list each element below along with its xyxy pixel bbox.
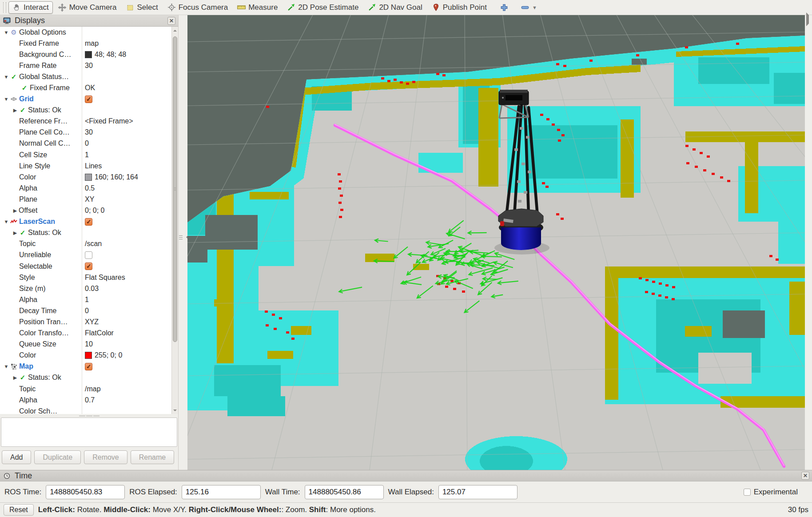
tree-row-map[interactable]: ▼Map — [0, 361, 171, 372]
expander-open-icon[interactable]: ▼ — [3, 74, 10, 80]
tree-row-status-ok[interactable]: ▶✓Status: Ok — [0, 372, 171, 383]
checkbox[interactable] — [85, 95, 92, 103]
tool-measure[interactable]: Measure — [233, 1, 282, 14]
add-tool-button[interactable] — [500, 3, 509, 12]
tool-focus-camera[interactable]: Focus Camera — [163, 1, 232, 14]
tree-row-queue-size[interactable]: Queue Size10 — [0, 339, 171, 350]
property-value[interactable]: Lines — [85, 162, 102, 170]
tool-publish-point[interactable]: Publish Point — [428, 1, 491, 14]
checkbox[interactable] — [85, 218, 92, 226]
property-value[interactable]: 255; 0; 0 — [95, 351, 122, 359]
tree-row-reference-fr[interactable]: Reference Fr…<Fixed Frame> — [0, 116, 171, 127]
tool-select[interactable]: Select — [122, 1, 162, 14]
color-swatch[interactable] — [85, 352, 92, 359]
property-value[interactable]: 0 — [85, 139, 89, 147]
displays-scrollbar[interactable] — [171, 27, 178, 414]
tree-row-selectable[interactable]: Selectable — [0, 261, 171, 272]
tree-row-alpha[interactable]: Alpha0.5 — [0, 183, 171, 194]
ros-time-input[interactable]: 1488805450.83 — [46, 485, 125, 499]
tree-row-global-options[interactable]: ▼⚙Global Options — [0, 27, 171, 38]
expander-closed-icon[interactable]: ▶ — [12, 107, 19, 113]
right-splitter[interactable] — [805, 15, 812, 470]
ros-elapsed-input[interactable]: 125.16 — [182, 485, 261, 499]
expander-closed-icon[interactable]: ▶ — [12, 375, 19, 381]
tool-move-camera[interactable]: Move Camera — [54, 1, 121, 14]
expander-open-icon[interactable]: ▼ — [3, 364, 10, 369]
tree-row-status-ok[interactable]: ▶✓Status: Ok — [0, 227, 171, 239]
tool-2d-nav-goal[interactable]: 2D Nav Goal — [364, 1, 426, 14]
property-value[interactable]: 0 — [85, 307, 89, 315]
tree-row-color[interactable]: Color160; 160; 164 — [0, 171, 171, 183]
panel-splitter-handle[interactable] — [0, 414, 178, 418]
expander-open-icon[interactable]: ▼ — [3, 96, 10, 102]
tree-row-offset[interactable]: ▶Offset0; 0; 0 — [0, 205, 171, 216]
scrollbar-thumb[interactable] — [173, 36, 177, 342]
tree-row-color-sch[interactable]: Color Sch… — [0, 406, 171, 414]
displays-panel-header[interactable]: Displays ✕ — [0, 15, 178, 27]
property-value[interactable]: 48; 48; 48 — [95, 51, 126, 59]
property-value[interactable]: FlatColor — [85, 329, 114, 337]
left-splitter[interactable] — [179, 15, 187, 470]
rename-button[interactable]: Rename — [131, 450, 174, 464]
property-value[interactable]: 0; 0; 0 — [85, 207, 104, 215]
property-value[interactable]: XYZ — [85, 318, 99, 326]
expander-open-icon[interactable]: ▼ — [3, 30, 10, 35]
tree-row-plane-cell-co[interactable]: Plane Cell Co…30 — [0, 127, 171, 138]
duplicate-button[interactable]: Duplicate — [34, 450, 81, 464]
tool-interact[interactable]: Interact — [8, 1, 53, 14]
tool-2d-pose-estimate[interactable]: 2D Pose Estimate — [283, 1, 362, 14]
property-value[interactable]: /map — [85, 385, 101, 393]
checkbox[interactable] — [85, 363, 92, 370]
property-value[interactable]: 30 — [85, 62, 93, 70]
collapse-right-icon[interactable] — [806, 12, 812, 26]
property-value[interactable]: XY — [85, 195, 94, 203]
tree-row-topic[interactable]: Topic/scan — [0, 239, 171, 250]
chevron-down-icon[interactable]: ▼ — [532, 5, 537, 10]
wall-elapsed-input[interactable]: 125.07 — [438, 485, 517, 499]
property-value[interactable]: 0.5 — [85, 184, 95, 192]
property-value[interactable]: OK — [85, 84, 95, 92]
tree-row-fixed-frame[interactable]: Fixed Framemap — [0, 38, 171, 49]
property-value[interactable]: 1 — [85, 151, 89, 159]
expander-closed-icon[interactable]: ▶ — [12, 208, 19, 214]
wall-time-input[interactable]: 1488805450.86 — [305, 485, 384, 499]
tree-row-grid[interactable]: ▼Grid — [0, 94, 171, 105]
remove-tool-button[interactable] — [521, 3, 529, 12]
tree-row-background-c[interactable]: Background C…48; 48; 48 — [0, 49, 171, 60]
expander-closed-icon[interactable]: ▶ — [12, 230, 19, 236]
tree-row-cell-size[interactable]: Cell Size1 — [0, 149, 171, 160]
scroll-down-icon[interactable] — [172, 406, 178, 414]
splitter-grip-icon[interactable] — [179, 235, 183, 239]
tree-row-style[interactable]: StyleFlat Squares — [0, 272, 171, 283]
tree-row-alpha[interactable]: Alpha1 — [0, 294, 171, 305]
tree-row-normal-cell-c[interactable]: Normal Cell C…0 — [0, 138, 171, 149]
property-value[interactable]: map — [85, 40, 99, 48]
property-value[interactable]: Flat Squares — [85, 274, 125, 282]
expander-open-icon[interactable]: ▼ — [3, 219, 10, 224]
tree-row-laserscan[interactable]: ▼LaserScan — [0, 216, 171, 227]
experimental-checkbox[interactable] — [744, 489, 751, 496]
tree-row-position-tran[interactable]: Position Tran…XYZ — [0, 316, 171, 327]
reset-button[interactable]: Reset — [4, 504, 34, 516]
property-value[interactable]: 0.7 — [85, 396, 95, 404]
tree-row-global-status[interactable]: ▼✓Global Status… — [0, 71, 171, 82]
checkbox[interactable] — [85, 262, 92, 270]
close-icon[interactable]: ✕ — [167, 17, 175, 25]
remove-button[interactable]: Remove — [84, 450, 127, 464]
add-button[interactable]: Add — [2, 450, 31, 464]
tree-row-alpha[interactable]: Alpha0.7 — [0, 394, 171, 406]
tree-row-topic[interactable]: Topic/map — [0, 383, 171, 394]
3d-viewport[interactable] — [187, 15, 805, 470]
property-value[interactable]: 1 — [85, 296, 89, 304]
tree-row-decay-time[interactable]: Decay Time0 — [0, 305, 171, 316]
color-swatch[interactable] — [85, 174, 92, 181]
checkbox[interactable] — [85, 251, 92, 259]
property-value[interactable]: 10 — [85, 340, 93, 348]
tree-row-frame-rate[interactable]: Frame Rate30 — [0, 60, 171, 71]
tree-row-plane[interactable]: PlaneXY — [0, 194, 171, 205]
property-value[interactable]: <Fixed Frame> — [85, 117, 133, 125]
property-value[interactable]: 30 — [85, 128, 93, 136]
toolbar-drag-handle[interactable] — [3, 2, 6, 13]
tree-row-fixed-frame[interactable]: ✓Fixed FrameOK — [0, 82, 171, 93]
scroll-up-icon[interactable] — [172, 27, 178, 34]
